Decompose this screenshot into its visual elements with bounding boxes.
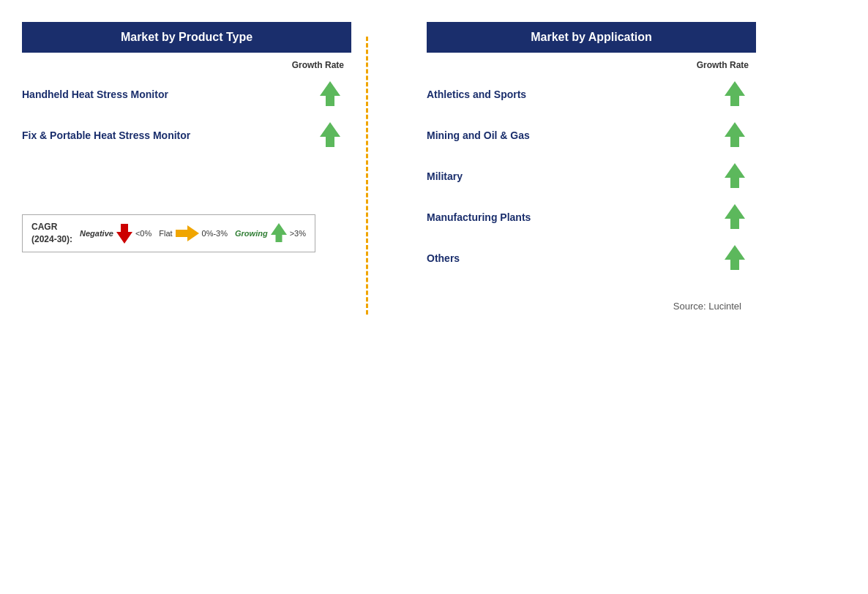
legend-box: CAGR(2024-30): Negative <0% Flat 0%-3% G… bbox=[22, 214, 315, 252]
growth-arrow-up-icon bbox=[320, 81, 340, 108]
legend-growing: Growing >3% bbox=[235, 223, 306, 244]
growing-label: Growing bbox=[235, 229, 268, 238]
source-text: Source: Lucintel bbox=[427, 301, 756, 312]
list-item: Mining and Oil & Gas bbox=[427, 115, 756, 156]
negative-arrow-icon bbox=[116, 223, 132, 244]
flat-range: 0%-3% bbox=[202, 229, 228, 238]
left-panel: Market by Product Type Growth Rate Handh… bbox=[15, 15, 359, 319]
right-growth-rate-label: Growth Rate bbox=[427, 60, 756, 70]
negative-label: Negative bbox=[80, 229, 113, 238]
two-column-layout: Market by Product Type Growth Rate Handh… bbox=[15, 15, 853, 319]
list-item: Military bbox=[427, 156, 756, 197]
legend-negative: Negative <0% bbox=[80, 223, 151, 244]
flat-label: Flat bbox=[159, 229, 172, 238]
legend-flat: Flat 0%-3% bbox=[159, 225, 228, 241]
left-growth-rate-label: Growth Rate bbox=[22, 60, 351, 70]
item-label-2: Fix & Portable Heat Stress Monitor bbox=[22, 129, 320, 141]
growing-range: >3% bbox=[290, 229, 306, 238]
growth-arrow-up-icon bbox=[725, 163, 745, 189]
cagr-label: CAGR(2024-30): bbox=[31, 221, 72, 246]
growth-arrow-up-icon bbox=[725, 245, 745, 271]
list-item: Manufacturing Plants bbox=[427, 197, 756, 238]
item-label-app-2: Mining and Oil & Gas bbox=[427, 129, 725, 141]
growing-arrow-icon bbox=[271, 223, 287, 244]
list-item: Handheld Heat Stress Monitor bbox=[22, 74, 351, 115]
growth-arrow-up-icon bbox=[320, 122, 340, 148]
list-item: Athletics and Sports bbox=[427, 74, 756, 115]
right-panel-header: Market by Application bbox=[427, 22, 756, 53]
list-item: Fix & Portable Heat Stress Monitor bbox=[22, 115, 351, 156]
growth-arrow-up-icon bbox=[725, 204, 745, 230]
left-panel-header: Market by Product Type bbox=[22, 22, 351, 53]
right-panel: Market by Application Growth Rate Athlet… bbox=[419, 15, 763, 319]
flat-arrow-icon bbox=[176, 225, 199, 241]
growth-arrow-up-icon bbox=[725, 81, 745, 108]
item-label-app-4: Manufacturing Plants bbox=[427, 211, 725, 223]
list-item: Others bbox=[427, 238, 756, 279]
item-label-1: Handheld Heat Stress Monitor bbox=[22, 89, 320, 100]
vertical-divider bbox=[366, 37, 368, 315]
growth-arrow-up-icon bbox=[725, 122, 745, 148]
negative-range: <0% bbox=[135, 229, 151, 238]
item-label-app-1: Athletics and Sports bbox=[427, 89, 725, 100]
item-label-app-3: Military bbox=[427, 170, 725, 182]
page-container: Market by Product Type Growth Rate Handh… bbox=[0, 0, 868, 594]
item-label-app-5: Others bbox=[427, 252, 725, 264]
